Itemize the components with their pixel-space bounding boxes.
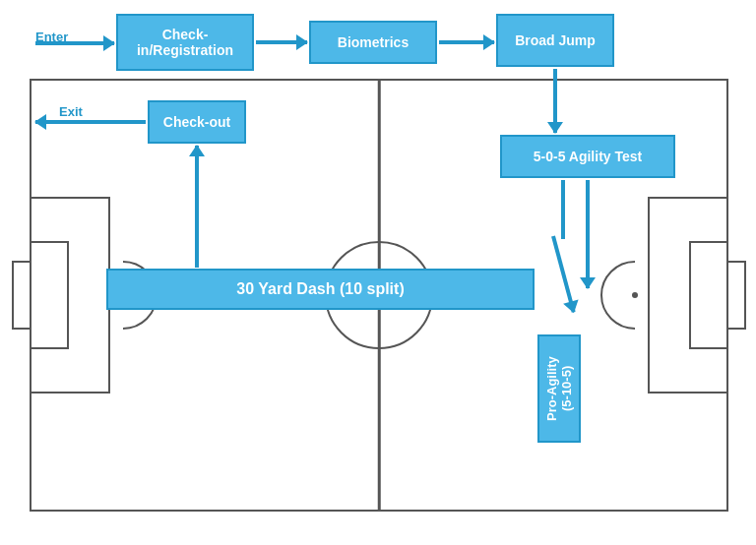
checkin-to-biometrics-arrow: [256, 40, 307, 44]
agility-to-proagility-arrow: [586, 180, 590, 288]
exit-arrowhead: [34, 114, 46, 130]
right-goal-area: [689, 241, 726, 349]
enter-arrowhead: [103, 35, 115, 51]
checkout-box: Check-out: [148, 100, 246, 144]
agility-505-box: 5-0-5 Agility Test: [500, 135, 675, 178]
checkin-box: Check-in/Registration: [116, 14, 254, 71]
main-container: Enter Check-in/Registration Biometrics B…: [0, 0, 756, 545]
yard-dash-box: 30 Yard Dash (10 split): [106, 269, 535, 310]
checkin-to-biometrics-arrowhead: [296, 34, 308, 50]
broadjump-down-arrowhead: [547, 122, 563, 134]
right-dot: [632, 292, 638, 298]
left-goal: [12, 261, 32, 330]
biometrics-box: Biometrics: [309, 21, 437, 64]
exit-arrow: [35, 120, 146, 124]
checkout-up-arrowhead: [189, 145, 205, 156]
left-goal-area: [32, 241, 69, 349]
broad-jump-box: Broad Jump: [496, 14, 614, 67]
enter-arrow: [35, 41, 114, 45]
exit-label: Exit: [59, 104, 83, 119]
pro-agility-box: Pro-Agility (5-10-5): [537, 334, 581, 443]
checkout-up-arrow: [195, 146, 199, 268]
agility-to-proagility-arrow2: [561, 180, 565, 239]
right-goal: [726, 261, 746, 330]
broadjump-down-arrow: [553, 69, 557, 133]
biometrics-to-broadjump-arrowhead: [483, 34, 495, 50]
agility-to-proagility-arrowhead: [580, 277, 596, 289]
biometrics-to-broadjump-arrow: [439, 40, 494, 44]
